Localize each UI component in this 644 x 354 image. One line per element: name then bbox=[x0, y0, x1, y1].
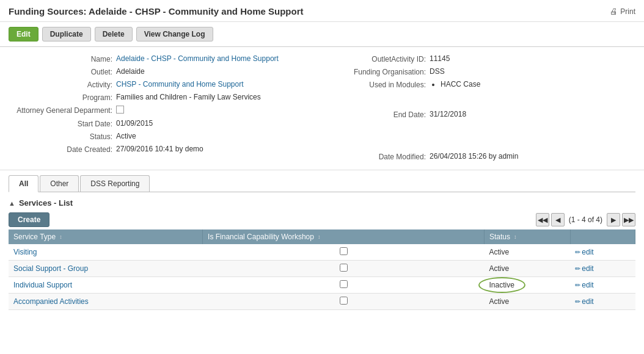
tabs-bar: All Other DSS Reporting bbox=[9, 175, 635, 192]
service-type-link[interactable]: Individual Support bbox=[13, 281, 72, 289]
th-status: Status ↕ bbox=[485, 229, 571, 244]
outlet-value: Adelaide bbox=[116, 67, 145, 76]
name-value: Adelaide - CHSP - Community and Home Sup… bbox=[116, 54, 279, 63]
td-status: Active bbox=[485, 294, 571, 310]
tabs-section: All Other DSS Reporting bbox=[0, 175, 644, 192]
info-left: Name: Adelaide - CHSP - Community and Ho… bbox=[9, 54, 322, 161]
sort-icon-status[interactable]: ↕ bbox=[514, 234, 517, 240]
collapse-icon[interactable]: ▲ bbox=[9, 200, 15, 207]
funding-org-value: DSS bbox=[430, 67, 445, 76]
table-row: Individual SupportInactive✏ edit bbox=[9, 277, 635, 294]
attorney-label: Attorney General Deparment: bbox=[9, 106, 112, 115]
sort-icon-financial-workshop[interactable]: ↕ bbox=[318, 234, 321, 240]
th-financial-workshop: Is Financial Capability Workshop ↕ bbox=[203, 229, 485, 244]
end-date-label: End Date: bbox=[322, 110, 426, 119]
module-hacc-case: HACC Case bbox=[441, 80, 480, 88]
pagination: ◀◀ ◀ (1 - 4 of 4) ▶ ▶▶ bbox=[536, 213, 635, 226]
edit-link[interactable]: ✏ edit bbox=[575, 264, 630, 273]
used-in-modules-value: HACC Case bbox=[430, 80, 480, 88]
duplicate-button[interactable]: Duplicate bbox=[42, 27, 91, 42]
date-created-value: 27/09/2016 10:41 by demo bbox=[116, 145, 203, 153]
last-page-button[interactable]: ▶▶ bbox=[622, 213, 635, 226]
td-financial-workshop bbox=[203, 277, 485, 294]
activity-link[interactable]: CHSP - Community and Home Support bbox=[116, 80, 244, 88]
services-header: ▲ Services - List bbox=[9, 198, 635, 208]
table-row: Social Support - GroupActive✏ edit bbox=[9, 261, 635, 277]
outlet-activity-id-label: OutletActivity ID: bbox=[322, 54, 426, 63]
info-section: Name: Adelaide - CHSP - Community and Ho… bbox=[0, 47, 644, 165]
td-financial-workshop bbox=[203, 244, 485, 261]
attorney-checkbox bbox=[116, 106, 124, 115]
start-date-value: 01/09/2015 bbox=[116, 119, 153, 128]
tab-dss-reporting[interactable]: DSS Reporting bbox=[80, 175, 150, 192]
status-badge: Inactive bbox=[489, 281, 514, 289]
start-date-row: Start Date: 01/09/2015 bbox=[9, 119, 322, 128]
services-toolbar: Create ◀◀ ◀ (1 - 4 of 4) ▶ ▶▶ bbox=[9, 212, 635, 227]
name-link[interactable]: Adelaide - CHSP - Community and Home Sup… bbox=[116, 54, 279, 63]
edit-pencil-icon: ✏ bbox=[575, 265, 580, 273]
table-row: VisitingActive✏ edit bbox=[9, 244, 635, 261]
outlet-activity-id-row: OutletActivity ID: 11145 bbox=[322, 54, 635, 63]
financial-workshop-checkbox[interactable] bbox=[340, 264, 348, 272]
pagination-info: (1 - 4 of 4) bbox=[569, 215, 602, 224]
services-section: ▲ Services - List Create ◀◀ ◀ (1 - 4 of … bbox=[0, 192, 644, 316]
td-edit: ✏ edit bbox=[570, 261, 635, 277]
tab-all[interactable]: All bbox=[9, 175, 38, 192]
date-modified-value: 26/04/2018 15:26 by admin bbox=[430, 152, 518, 161]
date-created-label: Date Created: bbox=[9, 145, 112, 154]
td-financial-workshop bbox=[203, 294, 485, 310]
edit-pencil-icon: ✏ bbox=[575, 298, 580, 306]
edit-link[interactable]: ✏ edit bbox=[575, 281, 630, 289]
used-in-modules-label: Used in Modules: bbox=[322, 80, 426, 89]
service-type-link[interactable]: Visiting bbox=[13, 248, 37, 256]
create-button[interactable]: Create bbox=[9, 212, 49, 227]
page-title: Funding Sources: Adelaide - CHSP - Commu… bbox=[9, 6, 304, 16]
used-in-modules-row: Used in Modules: HACC Case bbox=[322, 80, 635, 89]
status-value: Active bbox=[116, 132, 136, 140]
outlet-label: Outlet: bbox=[9, 67, 112, 76]
td-status: Active bbox=[485, 244, 571, 261]
activity-value: CHSP - Community and Home Support bbox=[116, 80, 244, 88]
tab-other[interactable]: Other bbox=[40, 175, 79, 192]
name-row: Name: Adelaide - CHSP - Community and Ho… bbox=[9, 54, 322, 63]
attorney-checkbox-field[interactable] bbox=[116, 106, 124, 114]
td-service-type: Visiting bbox=[9, 244, 203, 261]
date-modified-label: Date Modified: bbox=[322, 152, 426, 161]
services-title: Services - List bbox=[19, 198, 73, 208]
financial-workshop-checkbox[interactable] bbox=[340, 297, 348, 305]
sort-icon-service-type[interactable]: ↕ bbox=[59, 234, 62, 240]
service-type-link[interactable]: Social Support - Group bbox=[13, 264, 88, 273]
td-edit: ✏ edit bbox=[570, 244, 635, 261]
first-page-button[interactable]: ◀◀ bbox=[536, 213, 549, 226]
financial-workshop-checkbox[interactable] bbox=[340, 247, 348, 255]
name-label: Name: bbox=[9, 54, 112, 63]
page-header: Funding Sources: Adelaide - CHSP - Commu… bbox=[0, 0, 644, 22]
funding-org-row: Funding Organisation: DSS bbox=[322, 67, 635, 76]
date-modified-row: Date Modified: 26/04/2018 15:26 by admin bbox=[322, 152, 635, 161]
print-icon: 🖨 bbox=[610, 7, 618, 16]
next-page-button[interactable]: ▶ bbox=[607, 213, 620, 226]
td-service-type: Accompanied Activities bbox=[9, 294, 203, 310]
edit-link[interactable]: ✏ edit bbox=[575, 297, 630, 306]
services-table: Service Type ↕ Is Financial Capability W… bbox=[9, 229, 635, 310]
attorney-row: Attorney General Deparment: bbox=[9, 106, 322, 115]
edit-link[interactable]: ✏ edit bbox=[575, 248, 630, 256]
program-row: Program: Families and Children - Family … bbox=[9, 93, 322, 102]
table-row: Accompanied ActivitiesActive✏ edit bbox=[9, 294, 635, 310]
prev-page-button[interactable]: ◀ bbox=[551, 213, 565, 226]
service-type-link[interactable]: Accompanied Activities bbox=[13, 297, 89, 306]
activity-label: Activity: bbox=[9, 80, 112, 89]
status-label: Status: bbox=[9, 132, 112, 141]
td-status: Inactive bbox=[485, 277, 571, 294]
divider bbox=[0, 170, 644, 170]
outlet-row: Outlet: Adelaide bbox=[9, 67, 322, 76]
delete-button[interactable]: Delete bbox=[95, 27, 133, 42]
edit-pencil-icon: ✏ bbox=[575, 281, 580, 289]
print-link[interactable]: 🖨 Print bbox=[610, 7, 635, 16]
edit-button[interactable]: Edit bbox=[9, 27, 38, 42]
toolbar: Edit Duplicate Delete View Change Log bbox=[0, 22, 644, 47]
td-status: Active bbox=[485, 261, 571, 277]
financial-workshop-checkbox[interactable] bbox=[340, 280, 348, 288]
view-change-log-button[interactable]: View Change Log bbox=[136, 27, 213, 42]
program-value: Families and Children - Family Law Servi… bbox=[116, 93, 261, 101]
